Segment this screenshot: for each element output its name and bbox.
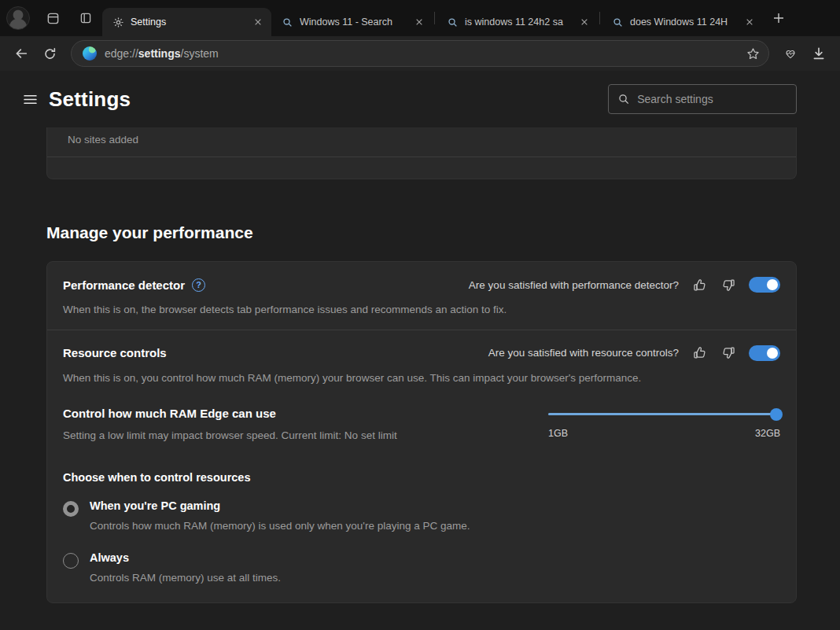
no-sites-added-text: No sites added (68, 132, 776, 146)
settings-header: Settings (0, 71, 840, 127)
performance-detector-row: Performance detector ? Are you satisfied… (47, 262, 796, 330)
new-tab-button[interactable] (768, 7, 790, 29)
slider-thumb[interactable] (770, 408, 783, 421)
tab-label: is windows 11 24h2 sa (465, 17, 571, 28)
performance-detector-toggle[interactable] (749, 277, 780, 293)
close-icon[interactable] (577, 15, 591, 29)
tab-is-windows-24h2[interactable]: is windows 11 24h2 sa (437, 8, 598, 36)
profile-avatar[interactable] (6, 6, 30, 30)
feedback-question: Are you satisfied with resource controls… (488, 347, 679, 359)
section-heading: Manage your performance (46, 223, 797, 242)
help-icon[interactable]: ? (192, 278, 205, 292)
resource-controls-description: When this is on, you control how much RA… (63, 371, 780, 385)
ram-slider-block: 1GB 32GB (548, 407, 780, 439)
slider-fill (548, 413, 780, 415)
url-text[interactable]: edge://settings/system (105, 47, 734, 60)
ram-slider[interactable] (548, 413, 780, 415)
downloads-icon[interactable] (805, 40, 832, 67)
url-path: /system (181, 47, 219, 60)
tab-label: does Windows 11 24H (630, 17, 736, 28)
option-label: When you're PC gaming (90, 499, 470, 512)
back-button[interactable] (8, 40, 35, 67)
ram-limit-row: Control how much RAM Edge can use Settin… (47, 397, 796, 455)
menu-icon[interactable] (21, 90, 39, 108)
tab-actions-icon[interactable] (76, 8, 96, 28)
settings-search-box[interactable] (608, 84, 797, 114)
ram-limit-description: Setting a low limit may impact browser s… (63, 429, 397, 443)
close-icon[interactable] (251, 15, 265, 29)
resource-mode-heading-row: Choose when to control resources (47, 455, 796, 487)
resource-mode-heading: Choose when to control resources (63, 471, 780, 484)
search-icon (281, 16, 293, 28)
thumbs-up-icon[interactable] (691, 276, 708, 293)
resource-controls-row: Resource controls Are you satisfied with… (47, 330, 796, 398)
performance-settings-card: Performance detector ? Are you satisfied… (46, 261, 797, 603)
tab-separator (434, 12, 435, 24)
thumbs-up-icon[interactable] (691, 344, 708, 362)
toggle-knob (767, 279, 778, 290)
close-icon[interactable] (742, 15, 757, 29)
search-settings-input[interactable] (637, 93, 787, 105)
tab-separator (599, 12, 600, 24)
resource-controls-toggle[interactable] (749, 345, 780, 361)
slider-min-label: 1GB (548, 428, 568, 439)
settings-content: No sites added Manage your performance P… (0, 127, 840, 603)
thumbs-down-icon[interactable] (720, 276, 737, 293)
tab-does-windows-24h2[interactable]: does Windows 11 24H (602, 8, 763, 36)
option-always[interactable]: Always Controls RAM (memory) use at all … (47, 539, 796, 591)
edge-logo-icon (83, 46, 97, 61)
tab-label: Windows 11 - Search (300, 17, 406, 28)
search-icon (446, 16, 459, 28)
divider (47, 157, 796, 157)
page-title: Settings (49, 87, 131, 112)
refresh-button[interactable] (36, 40, 63, 67)
option-pc-gaming[interactable]: When you're PC gaming Controls how much … (47, 487, 796, 540)
close-icon[interactable] (412, 15, 426, 29)
tab-label: Settings (131, 17, 245, 28)
tab-bar-left-controls (6, 0, 102, 36)
ram-limit-title: Control how much RAM Edge can use (63, 407, 397, 420)
option-label: Always (90, 551, 281, 564)
thumbs-down-icon[interactable] (720, 344, 737, 362)
workspaces-icon[interactable] (42, 8, 63, 28)
option-description: Controls RAM (memory) use at all times. (90, 571, 281, 585)
previous-section-card: No sites added (46, 127, 797, 179)
tab-settings[interactable]: Settings (102, 8, 271, 36)
radio-icon[interactable] (63, 501, 79, 517)
search-icon (618, 93, 629, 105)
slider-max-label: 32GB (755, 428, 780, 439)
address-bar[interactable]: edge://settings/system (71, 40, 769, 67)
performance-detector-title: Performance detector (63, 278, 185, 292)
toggle-knob (767, 348, 778, 359)
navigation-bar: edge://settings/system (0, 36, 840, 71)
resource-controls-title: Resource controls (63, 346, 167, 359)
tab-windows11-search[interactable]: Windows 11 - Search (271, 8, 433, 36)
radio-icon[interactable] (63, 553, 79, 569)
gear-icon (112, 16, 124, 28)
favorite-star-icon[interactable] (742, 42, 764, 64)
search-icon (611, 16, 624, 28)
browser-window: Settings Windows 11 - Search (0, 0, 840, 630)
browser-essentials-icon[interactable] (777, 40, 804, 67)
url-host: settings (138, 47, 181, 60)
tab-bar: Settings Windows 11 - Search (0, 0, 840, 36)
url-scheme: edge:// (105, 47, 138, 60)
performance-detector-description: When this is on, the browser detects tab… (63, 303, 780, 317)
option-description: Controls how much RAM (memory) is used o… (90, 519, 470, 533)
feedback-question: Are you satisfied with performance detec… (469, 279, 679, 291)
